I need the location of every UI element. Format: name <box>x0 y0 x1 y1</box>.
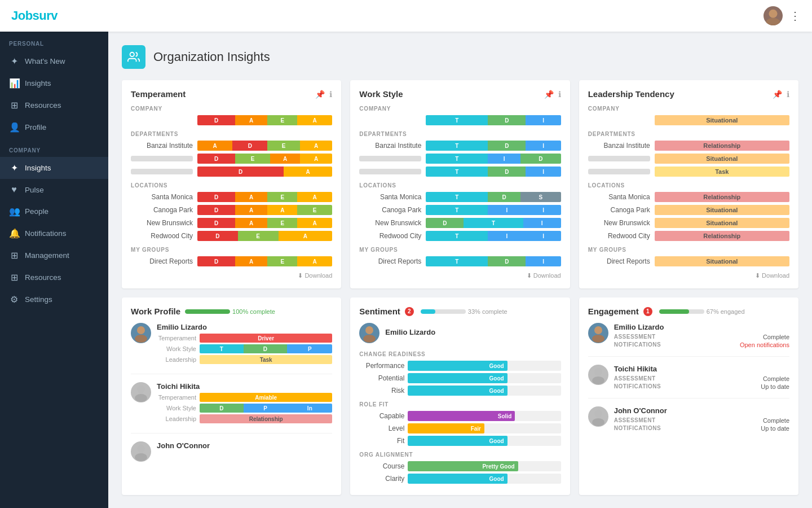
sentiment-badge: 2 <box>405 307 414 316</box>
john-avatar <box>131 441 151 462</box>
toichi-name: Toichi Hikita <box>157 382 332 391</box>
info-icon[interactable]: ℹ <box>558 90 561 99</box>
sentiment-title: Sentiment <box>359 306 400 316</box>
sidebar-item-notifications[interactable]: 🔔 Notifications <box>0 222 108 244</box>
engagement-badge: 1 <box>643 307 652 316</box>
sidebar-item-people[interactable]: 👥 People <box>0 200 108 222</box>
svg-point-7 <box>137 445 145 453</box>
wp-progress-fill <box>185 309 230 314</box>
svg-point-11 <box>594 326 602 334</box>
engagement-card: Engagement 1 67% engaged Emilio Liza <box>579 297 798 495</box>
svg-point-3 <box>137 326 145 334</box>
info-icon[interactable]: ℹ <box>787 90 789 99</box>
wp-person-emilio: Emilio Lizardo Temperament Driver Work S… <box>131 323 332 374</box>
settings-icon: ⚙ <box>9 294 19 305</box>
page-title: Organization Insights <box>122 45 798 69</box>
sidebar-item-settings[interactable]: ⚙ Settings <box>0 288 108 310</box>
sidebar-item-pulse[interactable]: ♥ Pulse <box>0 179 108 200</box>
app-logo: Jobsurv <box>11 8 58 23</box>
sidebar-item-insights-company[interactable]: ✦ Insights <box>0 157 108 179</box>
engagement-title: Engagement <box>588 306 639 316</box>
work-style-title: Work Style <box>359 89 403 99</box>
wp-person-john: John O'Connor <box>131 441 332 462</box>
lt-download[interactable]: ⬇ Download <box>588 272 789 279</box>
svg-point-15 <box>594 410 602 418</box>
insights-icon: 📊 <box>9 78 19 89</box>
temp-dept-label: DEPARTMENTS <box>131 131 332 137</box>
sidebar-item-whats-new[interactable]: ✦ What's New <box>0 50 108 72</box>
temp-company-bar: D A E A <box>197 115 332 125</box>
ws-download[interactable]: ⬇ Download <box>359 272 561 279</box>
sidebar-item-profile[interactable]: 👤 Profile <box>0 116 108 138</box>
sidebar-item-label: People <box>25 207 48 216</box>
temp-company-label: COMPANY <box>131 106 332 112</box>
temp-loc-label: LOCATIONS <box>131 182 332 189</box>
user-avatar[interactable] <box>764 6 783 25</box>
insights-company-icon: ✦ <box>9 163 19 173</box>
seg-a: A <box>235 115 267 125</box>
svg-point-16 <box>592 418 604 426</box>
sidebar-item-resources-personal[interactable]: ⊞ Resources <box>0 94 108 116</box>
sidebar-item-label: Notifications <box>25 229 67 238</box>
work-style-card: Work Style 📌 ℹ COMPANY T D I DEPARTMENTS… <box>350 80 570 288</box>
kebab-menu-icon[interactable]: ⋮ <box>789 9 801 23</box>
svg-point-13 <box>594 368 602 376</box>
leadership-title: Leadership Tendency <box>588 89 674 99</box>
pin-icon[interactable]: 📌 <box>773 90 782 99</box>
info-icon[interactable]: ℹ <box>329 90 332 99</box>
personal-section-label: PERSONAL <box>0 32 108 50</box>
pin-icon[interactable]: 📌 <box>315 90 325 99</box>
main-content: Organization Insights Temperament 📌 ℹ CO… <box>108 32 812 508</box>
company-section-label: COMPANY <box>0 138 108 157</box>
sidebar-item-label: Settings <box>25 295 52 304</box>
sidebar-item-label: Insights <box>25 79 51 87</box>
sentiment-person-name: Emilio Lizardo <box>385 328 435 336</box>
sidebar-item-resources-company[interactable]: ⊞ Resources <box>0 266 108 288</box>
temperament-card-header: Temperament 📌 ℹ <box>131 89 332 99</box>
sentiment-header: Sentiment 2 33% complete <box>359 306 561 316</box>
leadership-header: Leadership Tendency 📌 ℹ <box>588 89 789 99</box>
svg-point-14 <box>592 376 604 384</box>
sidebar-item-label: Insights <box>25 164 51 172</box>
work-style-header: Work Style 📌 ℹ <box>359 89 561 99</box>
svg-point-4 <box>135 335 147 343</box>
svg-point-2 <box>130 52 134 56</box>
page-title-icon <box>122 45 145 69</box>
temp-download[interactable]: ⬇ Download <box>131 272 332 279</box>
svg-point-6 <box>135 394 147 402</box>
work-style-actions: 📌 ℹ <box>544 90 561 99</box>
temp-dept-row-1: D E A A <box>131 154 332 164</box>
work-profile-card: Work Profile 100% complete Emilio Lizard… <box>122 297 341 495</box>
eng-person-john: John O'Connor ASSESSMENT Complete NOTIFI… <box>588 406 789 440</box>
resources-icon: ⊞ <box>9 100 19 111</box>
svg-point-9 <box>365 326 373 334</box>
temp-dept-row-0: Banzai Institute A D E A <box>131 141 332 151</box>
pin-icon[interactable]: 📌 <box>544 90 554 99</box>
seg-d: D <box>197 115 235 125</box>
sidebar-item-label: Profile <box>25 123 46 132</box>
leadership-card: Leadership Tendency 📌 ℹ COMPANY Situatio… <box>579 80 798 288</box>
sidebar-item-label: Management <box>25 251 69 260</box>
open-notifications-link[interactable]: Open notifications <box>705 341 789 348</box>
temp-dept-row-2: D A <box>131 167 332 177</box>
sidebar-item-management[interactable]: ⊞ Management <box>0 244 108 266</box>
sidebar-item-label: Resources <box>25 273 61 282</box>
svg-point-8 <box>135 453 147 461</box>
svg-point-1 <box>766 18 780 25</box>
wp-progress-bg <box>185 309 230 314</box>
sidebar: PERSONAL ✦ What's New 📊 Insights ⊞ Resou… <box>0 32 108 508</box>
profile-icon: 👤 <box>9 122 19 133</box>
sentiment-card: Sentiment 2 33% complete Emilio Lizardo <box>350 297 570 495</box>
sidebar-item-insights-personal[interactable]: 📊 Insights <box>0 72 108 94</box>
svg-point-0 <box>769 10 777 18</box>
resources-co-icon: ⊞ <box>9 272 19 283</box>
wp-person-toichi: Toichi Hikita Temperament Amiable Work S… <box>131 382 332 433</box>
toichi-avatar <box>131 382 151 402</box>
notifications-icon: 🔔 <box>9 228 19 239</box>
eng-person-emilio: Emilio Lizardo ASSESSMENT Complete NOTIF… <box>588 323 789 357</box>
people-icon: 👥 <box>9 206 19 217</box>
seg-ay: A <box>297 115 332 125</box>
sidebar-item-label: Resources <box>25 101 61 110</box>
temperament-title: Temperament <box>131 89 186 99</box>
temperament-actions: 📌 ℹ <box>315 90 332 99</box>
